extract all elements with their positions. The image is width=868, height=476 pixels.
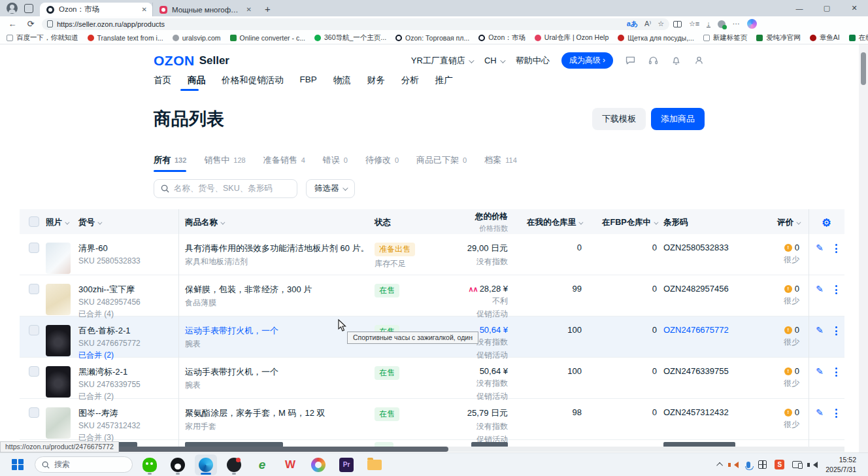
collections-icon[interactable]: ☆≡ [689,20,699,28]
row-menu-icon[interactable] [835,243,837,275]
account-icon[interactable] [693,55,705,66]
store-selector[interactable]: YR工厂直销店 [411,55,473,67]
filter-tab-archive[interactable]: 档案114 [484,154,517,172]
bookmark-item[interactable]: 爱纯净官网 [756,33,801,42]
row-checkbox[interactable] [29,243,39,253]
bookmark-item[interactable]: Щетка для посуды,... [618,34,694,42]
browser-extension-icon[interactable] [718,20,726,28]
product-image[interactable] [46,284,71,315]
tab-close-icon[interactable]: ✕ [246,6,252,13]
notifications-bell-icon[interactable] [671,55,682,66]
bookmark-item[interactable]: 360导航_一个主页... [314,33,386,42]
product-image[interactable] [46,243,71,274]
row-menu-icon[interactable] [835,366,837,402]
product-name[interactable]: 运动手表带打火机，一个 [185,366,375,378]
nav-products[interactable]: 商品 [188,75,205,86]
nav-home[interactable]: 首页 [154,75,171,86]
bookmark-item[interactable]: Online converter - c... [230,34,305,42]
row-checkbox[interactable] [29,325,39,335]
row-checkbox[interactable] [29,407,39,418]
edit-icon[interactable]: ✎ [816,284,824,320]
browser-tab-active[interactable]: Ozon：市场 ✕ [40,3,152,16]
chat-icon[interactable] [625,55,636,66]
table-row[interactable]: 黑濑湾标-2-1SKU 2476339755已合并 (2) 运动手表带打火机，一… [20,358,844,399]
bookmark-item[interactable]: uralsvip.com [173,34,221,42]
nav-analytics[interactable]: 分析 [401,75,419,86]
browser-tab-inactive[interactable]: Мощные многофункциональн… ✕ [152,3,257,16]
cast-display-icon[interactable] [792,461,802,468]
language-selector[interactable]: CH [484,56,504,65]
edit-icon[interactable]: ✎ [816,366,824,402]
file-explorer-icon[interactable] [363,454,386,475]
bookmark-item[interactable]: 百度一下，你就知道 [7,33,78,42]
product-name[interactable]: 具有消毒作用的强效多功能清洁地板片剂 60 片。 [185,243,375,254]
workspaces-icon[interactable] [24,4,33,13]
bookmark-item[interactable]: Ozon：市场 [478,33,526,42]
more-menu-icon[interactable]: ⋯ [733,20,740,28]
col-photo[interactable]: 照片 [46,216,78,228]
tab-close-icon[interactable]: ✕ [142,6,147,13]
product-image[interactable] [46,407,71,439]
wechat-icon[interactable] [139,454,161,475]
site-info-icon[interactable] [47,20,53,27]
bookmark-item[interactable]: 在线转换器 - 免费... [849,33,868,42]
edit-icon[interactable]: ✎ [816,325,824,361]
table-settings-gear-icon[interactable]: ⚙ [809,215,844,229]
volume-mixer-icon[interactable] [731,462,739,468]
row-checkbox[interactable] [29,366,39,377]
vertical-scrollbar[interactable] [859,44,868,452]
table-row[interactable]: 300zhi--宝下摩SKU 2482957456已合并 (4) 保鲜膜，包装，… [20,275,844,316]
qq-icon[interactable] [167,454,189,475]
taskbar-clock[interactable]: 15:52 2025/7/31 [826,455,856,473]
taskbar-search[interactable]: 搜索 [35,456,133,473]
bookmark-item[interactable]: Translate text from i... [88,34,163,42]
downloads-icon[interactable]: ↓ [707,20,710,27]
product-search-input[interactable]: 名称、货号、SKU、条形码 [154,179,297,198]
product-image[interactable] [46,325,71,356]
favorite-star-icon[interactable]: ☆ [658,20,664,28]
nav-fbp[interactable]: FBP [300,75,317,86]
nav-pricing[interactable]: 价格和促销活动 [222,75,284,86]
filter-tab-errors[interactable]: 错误0 [323,154,348,172]
premium-button[interactable]: 成为高级 › [561,52,613,69]
filters-button[interactable]: 筛选器 [306,179,355,198]
row-menu-icon[interactable] [835,325,837,361]
product-name[interactable]: 聚氨酯涂层，家务手套，M 码，12 双 [185,407,375,419]
ozon-logo[interactable]: OZON [154,53,195,69]
microphone-icon[interactable] [746,462,750,468]
bookmark-item[interactable]: Ozon: Торговая пл... [395,34,469,42]
col-fbp[interactable]: 在FBP仓库中 [582,216,657,228]
col-article[interactable]: 货号 [78,216,178,228]
restore-button[interactable]: ▢ [813,0,841,16]
filter-tab-all[interactable]: 所有132 [154,154,186,172]
browser360-icon[interactable] [307,454,329,475]
new-tab-button[interactable]: + [257,3,278,16]
bookmark-item[interactable]: Ural仓库 | Ozon Help [535,33,609,42]
table-row[interactable]: 清界-60SKU 2580532833 具有消毒作用的强效多功能清洁地板片剂 6… [20,234,844,275]
table-row[interactable]: 图岑--寿涛SKU 2457312432已合并 (3) 聚氨酯涂层，家务手套，M… [20,399,844,440]
headset-icon[interactable] [648,55,659,66]
col-name[interactable]: 商品名称 [178,216,375,228]
help-center-link[interactable]: 帮助中心 [516,55,550,67]
close-window-button[interactable]: ✕ [841,0,868,16]
copilot-icon[interactable] [747,19,757,29]
row-menu-icon[interactable] [835,284,837,320]
barcode-link[interactable]: OZN2476675772 [657,316,758,361]
ie-browser-icon[interactable]: e [251,454,273,475]
vertical-scrollbar-thumb[interactable] [861,52,866,85]
nav-finance[interactable]: 财务 [367,75,385,86]
sogou-input-icon[interactable]: S [775,460,784,469]
add-product-button[interactable]: 添加商品 [651,108,705,130]
table-row-partial[interactable]: ●● [20,440,844,447]
read-aloud-icon[interactable]: A⁾ [644,20,651,28]
ime-icon[interactable] [758,460,767,469]
translate-icon[interactable]: aあ [627,19,638,29]
nav-promotion[interactable]: 推广 [435,75,453,86]
bookmark-item[interactable]: 新建标签页 [703,33,748,42]
product-image[interactable] [46,366,71,398]
filter-tab-to-fix[interactable]: 待修改0 [365,154,399,172]
select-all-checkbox[interactable] [29,216,39,227]
row-checkbox[interactable] [29,284,39,294]
premiere-icon[interactable]: Pr [335,454,358,475]
filter-tab-ready[interactable]: 准备销售4 [263,154,305,172]
